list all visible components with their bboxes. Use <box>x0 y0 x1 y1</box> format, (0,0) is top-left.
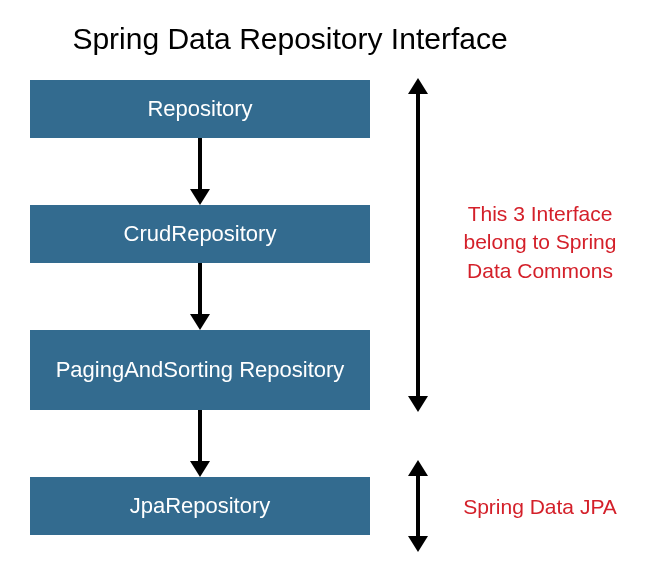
annotation-spring-data-jpa: Spring Data JPA <box>450 493 630 521</box>
range-arrow-icon <box>408 460 428 552</box>
page-title: Spring Data Repository Interface <box>0 0 520 80</box>
box-jpa-repository: JpaRepository <box>30 477 370 535</box>
box-label: CrudRepository <box>124 220 277 248</box>
flow-arrow-icon <box>196 410 204 477</box>
box-label: PagingAndSorting Repository <box>56 356 345 384</box>
box-label: JpaRepository <box>130 492 271 520</box>
box-label: Repository <box>147 95 252 123</box>
flow-arrow-icon <box>196 263 204 330</box>
flow-arrow-icon <box>196 138 204 205</box>
box-repository: Repository <box>30 80 370 138</box>
box-paging-sorting-repository: PagingAndSorting Repository <box>30 330 370 410</box>
box-crud-repository: CrudRepository <box>30 205 370 263</box>
annotation-spring-data-commons: This 3 Interface belong to Spring Data C… <box>450 200 630 285</box>
range-arrow-icon <box>408 78 428 412</box>
